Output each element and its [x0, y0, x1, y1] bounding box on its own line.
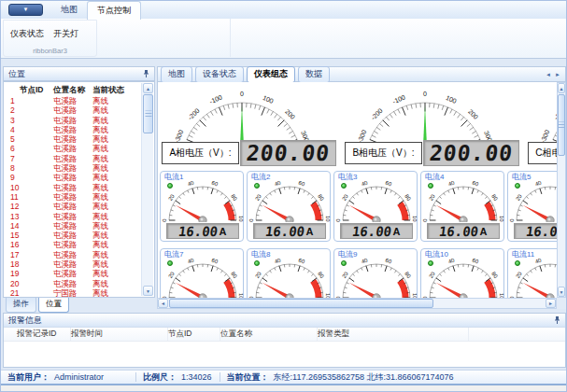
doc-tab[interactable]: 设备状态	[195, 66, 244, 83]
svg-text:100: 100	[262, 94, 275, 105]
alarm-column-header[interactable]: 节点ID	[168, 328, 220, 341]
table-row[interactable]: 8屯溪路离线	[4, 163, 141, 173]
table-row[interactable]: 4屯溪路离线	[4, 125, 141, 134]
cell: 17	[4, 250, 53, 259]
table-row[interactable]: 18屯溪路离线	[4, 259, 141, 269]
table-row[interactable]: 7屯溪路离线	[4, 154, 141, 163]
table-row[interactable]: 1屯溪路离线	[4, 96, 141, 105]
cell: 屯溪路	[53, 134, 92, 144]
pin-icon[interactable]	[553, 315, 561, 325]
scrollbar-corner	[557, 298, 566, 309]
table-row[interactable]: 20屯溪路离线	[4, 279, 141, 288]
ammeter-电流2: 电流202040608010016.00A	[247, 171, 331, 242]
scroll-left-icon[interactable]: ◄	[158, 299, 168, 308]
svg-text:40: 40	[447, 180, 456, 188]
scrollbar-thumb[interactable]	[169, 299, 433, 308]
position-table-scrollbar[interactable]: ▲ ▼	[141, 83, 153, 296]
cell: 离线	[92, 183, 130, 192]
tab-操作[interactable]: 操作	[6, 298, 36, 313]
svg-text:60: 60	[211, 258, 220, 265]
scrollbar-thumb[interactable]	[558, 94, 565, 156]
ribbon-tab[interactable]: 地图	[51, 1, 87, 19]
table-row[interactable]: 17屯溪路离线	[4, 250, 141, 259]
alarm-panel-title: 报警信息	[8, 315, 42, 327]
cell: 屯溪路	[53, 221, 92, 231]
doc-tab[interactable]: 数据	[298, 66, 330, 83]
alarm-column-header[interactable]: 位置名称	[220, 328, 318, 341]
table-row[interactable]: 21宁国路离线	[4, 288, 141, 297]
ribbon-group-divider	[230, 19, 231, 57]
cell: 屯溪路	[53, 279, 92, 288]
table-row[interactable]: 14屯溪路离线	[4, 221, 141, 231]
tab-位置[interactable]: 位置	[38, 298, 69, 313]
alarm-column-header[interactable]: 报警时间	[71, 328, 168, 341]
cell: 屯溪路	[53, 154, 92, 163]
status-user-label: 当前用户：	[7, 371, 50, 384]
ribbon-button[interactable]: 开关灯	[49, 25, 83, 43]
cell: 21	[4, 288, 53, 297]
tab-scroll-left-icon[interactable]: ◄	[546, 72, 551, 77]
cell: 18	[4, 259, 53, 269]
scroll-up-icon[interactable]: ▲	[143, 83, 153, 93]
voltmeter-dial: -300-200-1000100200300	[160, 84, 343, 144]
doc-tab[interactable]: 地图	[161, 66, 192, 83]
alarm-panel-titlebar: 报警信息	[4, 314, 565, 328]
tab-scroll-right-icon[interactable]: ►	[555, 72, 560, 77]
table-row[interactable]: 3屯溪路离线	[4, 116, 141, 125]
cell: 离线	[92, 144, 130, 153]
horizontal-scrollbar[interactable]: ◄ ►	[157, 298, 557, 309]
scroll-down-icon[interactable]: ▼	[558, 287, 565, 297]
column-header: 节点ID	[4, 85, 53, 96]
ribbon-button[interactable]: 仪表状态	[6, 25, 49, 43]
svg-text:60: 60	[298, 258, 306, 265]
svg-text:20: 20	[515, 193, 523, 202]
ammeter-dial: 020406080100	[248, 179, 333, 222]
table-row[interactable]: 16屯溪路离线	[4, 240, 141, 249]
table-row[interactable]: 13屯溪路离线	[4, 212, 141, 221]
alarm-column-header[interactable]: 报警类型	[318, 328, 469, 341]
pin-icon[interactable]	[142, 69, 150, 78]
svg-text:60: 60	[472, 258, 480, 265]
table-row[interactable]: 19屯溪路离线	[4, 269, 141, 278]
ammeter-dial: 020406080100	[334, 257, 419, 298]
ammeter-display: 16.00A	[253, 223, 326, 239]
scroll-right-icon[interactable]: ►	[546, 299, 556, 308]
table-row[interactable]: 11屯溪路离线	[4, 192, 141, 202]
ribbon-tab[interactable]: 节点控制	[87, 1, 141, 20]
vertical-scrollbar[interactable]: ▲ ▼	[557, 82, 566, 298]
table-row[interactable]: 6屯溪路离线	[4, 144, 141, 153]
table-row[interactable]: 9屯溪路离线	[4, 173, 141, 182]
ammeter-电流11: 电流1102040608010016.00A	[507, 248, 557, 298]
cell: 离线	[92, 221, 130, 231]
status-separator	[135, 372, 136, 382]
scroll-up-icon[interactable]: ▲	[558, 83, 565, 93]
table-row[interactable]: 5屯溪路离线	[4, 134, 141, 144]
ammeter-电流8: 电流802040608010016.00A	[247, 248, 331, 298]
alarm-panel: 报警信息 报警记录ID报警时间节点ID位置名称报警类型	[3, 313, 566, 368]
status-user-value: Administrator	[54, 372, 104, 382]
cell: 离线	[92, 173, 130, 182]
alarm-column-header[interactable]: 报警记录ID	[4, 328, 71, 341]
ammeter-dial: 020406080100	[334, 179, 419, 222]
doc-tab[interactable]: 仪表组态	[247, 66, 295, 83]
app-menu-button[interactable]: ▼	[8, 4, 43, 16]
cell: 屯溪路	[53, 125, 92, 134]
status-position-label: 当前位置：	[227, 371, 269, 384]
table-row[interactable]: 12屯溪路离线	[4, 202, 141, 211]
svg-text:80: 80	[317, 271, 325, 279]
scrollbar-thumb[interactable]	[143, 94, 153, 133]
cell: 离线	[92, 288, 130, 297]
ammeter-unit: A	[306, 226, 314, 237]
cell: 5	[4, 134, 53, 144]
voltmeter-3: -300-200-1000100200300C相电压（V）:	[526, 84, 557, 168]
cell: 离线	[92, 250, 130, 259]
scroll-down-icon[interactable]: ▼	[143, 286, 153, 296]
svg-text:40: 40	[447, 258, 456, 265]
table-row[interactable]: 15屯溪路离线	[4, 231, 141, 240]
cell: 16	[4, 240, 53, 249]
table-row[interactable]: 2屯溪路离线	[4, 105, 141, 115]
table-row[interactable]: 10屯溪路离线	[4, 183, 141, 192]
svg-text:80: 80	[404, 271, 412, 279]
status-separator	[220, 372, 220, 382]
voltmeter-dial: -300-200-1000100200300	[343, 84, 526, 144]
